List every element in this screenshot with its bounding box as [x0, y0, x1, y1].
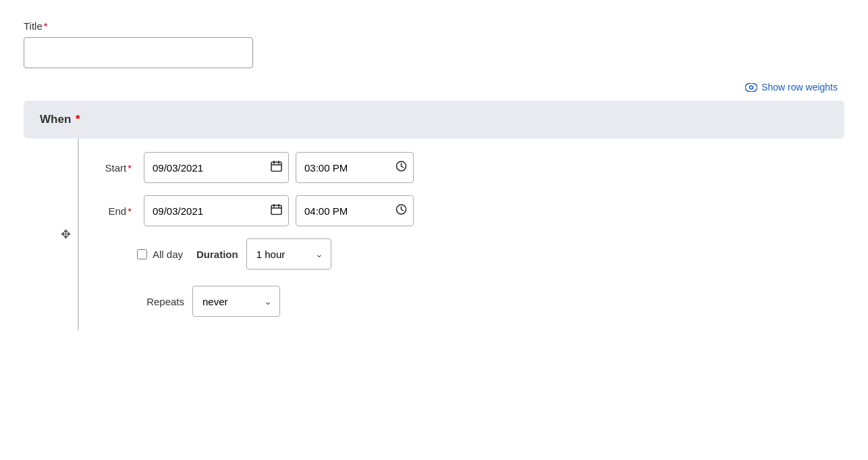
allday-checkbox-wrap: All day — [137, 249, 183, 260]
end-row: End* — [84, 195, 844, 226]
allday-duration-row: All day Duration 1 hour 2 hours 30 minut… — [137, 238, 844, 270]
title-label: Title* — [24, 20, 844, 32]
when-label: When * — [40, 113, 80, 126]
when-content: ✥ Start* — [24, 138, 844, 330]
title-section: Title* — [24, 20, 844, 68]
title-label-text: Title — [24, 20, 43, 32]
show-row-weights-label: Show row weights — [761, 82, 838, 93]
end-time-wrap — [296, 195, 414, 226]
start-time-wrap — [296, 152, 414, 183]
duration-select-wrap: 1 hour 2 hours 30 minutes Custom ⌄ — [246, 238, 331, 270]
start-date-input[interactable] — [144, 152, 289, 183]
duration-select[interactable]: 1 hour 2 hours 30 minutes Custom — [246, 238, 331, 270]
title-required-star: * — [44, 20, 48, 32]
start-row: Start* — [84, 152, 844, 183]
eye-icon — [745, 83, 757, 92]
repeats-select-wrap: never daily weekly monthly yearly ⌄ — [192, 286, 280, 317]
when-section-header: When * — [24, 101, 844, 138]
allday-label[interactable]: All day — [153, 249, 183, 260]
start-label: Start* — [84, 162, 132, 174]
duration-wrap: Duration 1 hour 2 hours 30 minutes Custo… — [196, 238, 331, 270]
show-row-weights-row: Show row weights — [24, 82, 844, 93]
show-row-weights-link[interactable]: Show row weights — [745, 82, 838, 93]
start-time-input[interactable] — [296, 152, 414, 183]
when-required-star: * — [72, 113, 80, 126]
svg-point-0 — [745, 83, 757, 92]
end-time-input[interactable] — [296, 195, 414, 226]
end-date-input[interactable] — [144, 195, 289, 226]
repeats-row: Repeats never daily weekly monthly yearl… — [137, 286, 844, 317]
drag-handle[interactable]: ✥ — [61, 227, 71, 242]
end-label: End* — [84, 205, 132, 217]
svg-point-1 — [750, 86, 753, 89]
allday-checkbox[interactable] — [137, 249, 147, 259]
repeats-label: Repeats — [137, 296, 184, 307]
start-date-wrap — [144, 152, 289, 183]
duration-label: Duration — [196, 249, 238, 260]
vertical-bar — [78, 138, 79, 330]
end-date-wrap — [144, 195, 289, 226]
repeats-select[interactable]: never daily weekly monthly yearly — [192, 286, 280, 317]
title-input[interactable] — [24, 37, 253, 68]
